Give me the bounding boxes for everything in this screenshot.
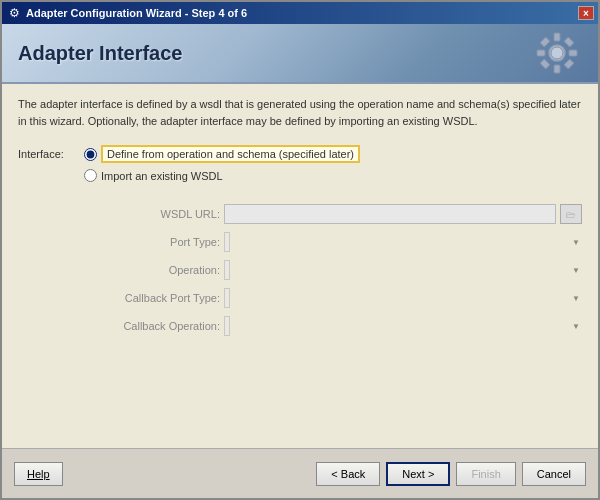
- interface-row-import: Import an existing WSDL: [18, 169, 582, 182]
- footer: Help < Back Next > Finish Cancel: [2, 448, 598, 498]
- title-bar-text: Adapter Configuration Wizard - Step 4 of…: [26, 7, 247, 19]
- callback-port-type-select[interactable]: [224, 288, 230, 308]
- svg-rect-7: [540, 59, 550, 69]
- help-button[interactable]: Help: [14, 462, 63, 486]
- header-icon: [532, 28, 582, 78]
- svg-rect-6: [564, 37, 574, 47]
- browse-button[interactable]: 🗁: [560, 204, 582, 224]
- interface-label: Interface:: [18, 148, 78, 160]
- footer-left: Help: [14, 462, 63, 486]
- content-area: The adapter interface is defined by a ws…: [2, 84, 598, 448]
- radio-option-define[interactable]: Define from operation and schema (specif…: [84, 145, 360, 163]
- close-button[interactable]: ×: [578, 6, 594, 20]
- next-button[interactable]: Next >: [386, 462, 450, 486]
- description-text: The adapter interface is defined by a ws…: [18, 96, 582, 129]
- svg-rect-5: [540, 37, 550, 47]
- svg-rect-2: [554, 65, 560, 73]
- radio-option-import[interactable]: Import an existing WSDL: [84, 169, 223, 182]
- wsdl-url-label: WSDL URL:: [100, 208, 220, 220]
- callback-port-type-row: Callback Port Type: ▼: [100, 288, 582, 308]
- svg-point-9: [551, 47, 563, 59]
- cancel-button[interactable]: Cancel: [522, 462, 586, 486]
- callback-port-type-select-wrapper: ▼: [224, 288, 582, 308]
- interface-section: Interface: Define from operation and sch…: [18, 145, 582, 336]
- title-bar-left: ⚙ Adapter Configuration Wizard - Step 4 …: [6, 5, 247, 21]
- operation-select-wrapper: ▼: [224, 260, 582, 280]
- footer-right: < Back Next > Finish Cancel: [316, 462, 586, 486]
- radio-define-label: Define from operation and schema (specif…: [101, 145, 360, 163]
- callback-operation-arrow-icon: ▼: [572, 322, 580, 331]
- title-bar: ⚙ Adapter Configuration Wizard - Step 4 …: [2, 2, 598, 24]
- gear-settings-icon: [533, 29, 581, 77]
- callback-operation-label: Callback Operation:: [100, 320, 220, 332]
- interface-row-define: Interface: Define from operation and sch…: [18, 145, 582, 163]
- port-type-row: Port Type: ▼: [100, 232, 582, 252]
- svg-rect-4: [569, 50, 577, 56]
- operation-arrow-icon: ▼: [572, 266, 580, 275]
- operation-label: Operation:: [100, 264, 220, 276]
- port-type-select-wrapper: ▼: [224, 232, 582, 252]
- wizard-window: ⚙ Adapter Configuration Wizard - Step 4 …: [0, 0, 600, 500]
- radio-define[interactable]: [84, 148, 97, 161]
- port-type-label: Port Type:: [100, 236, 220, 248]
- callback-operation-select-wrapper: ▼: [224, 316, 582, 336]
- header-banner: Adapter Interface: [2, 24, 598, 84]
- operation-select[interactable]: [224, 260, 230, 280]
- finish-button[interactable]: Finish: [456, 462, 515, 486]
- radio-import-label: Import an existing WSDL: [101, 170, 223, 182]
- radio-import[interactable]: [84, 169, 97, 182]
- svg-rect-1: [554, 33, 560, 41]
- callback-port-type-label: Callback Port Type:: [100, 292, 220, 304]
- svg-rect-3: [537, 50, 545, 56]
- wsdl-url-row: WSDL URL: 🗁: [100, 204, 582, 224]
- browse-icon: 🗁: [566, 209, 576, 220]
- port-type-arrow-icon: ▼: [572, 238, 580, 247]
- wsdl-url-input[interactable]: [224, 204, 556, 224]
- back-button[interactable]: < Back: [316, 462, 380, 486]
- port-type-select[interactable]: [224, 232, 230, 252]
- svg-rect-8: [564, 59, 574, 69]
- page-title: Adapter Interface: [18, 42, 183, 65]
- callback-port-type-arrow-icon: ▼: [572, 294, 580, 303]
- operation-row: Operation: ▼: [100, 260, 582, 280]
- sub-options: WSDL URL: 🗁 Port Type: ▼: [100, 204, 582, 336]
- callback-operation-select[interactable]: [224, 316, 230, 336]
- callback-operation-row: Callback Operation: ▼: [100, 316, 582, 336]
- app-icon: ⚙: [6, 5, 22, 21]
